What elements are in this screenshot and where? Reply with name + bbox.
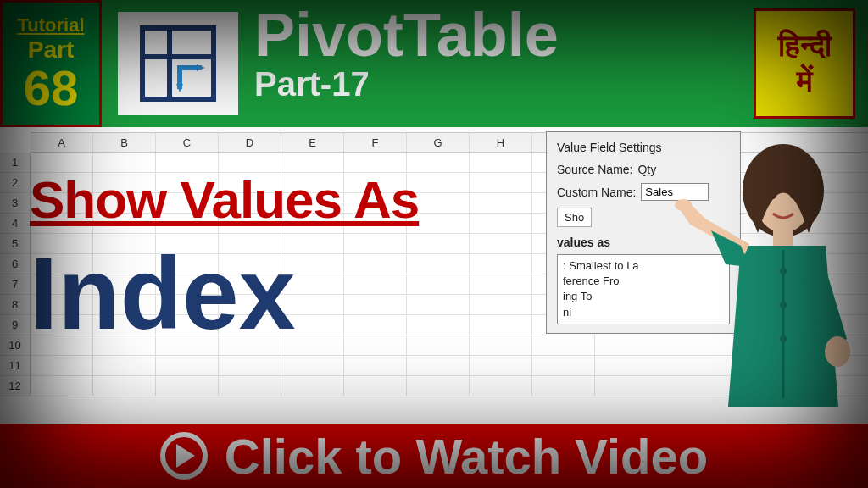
column-header: G [407, 133, 470, 152]
column-header: E [281, 133, 344, 152]
column-header: B [93, 133, 156, 152]
row-header: 9 [0, 315, 31, 336]
row-header: 3 [0, 193, 31, 214]
row-header: 5 [0, 234, 31, 254]
row-headers: 123456789101112 [0, 152, 31, 420]
cta-label: Click to Watch Video [225, 428, 708, 485]
title-main: PivotTable [254, 4, 559, 65]
row-header: 4 [0, 214, 31, 234]
column-header: C [156, 133, 219, 152]
column-header: F [344, 133, 407, 152]
watch-video-cta[interactable]: Click to Watch Video [0, 419, 868, 488]
hindi-text-1: हिन्दी [778, 28, 832, 64]
index-text: Index [30, 242, 419, 344]
row-header: 1 [0, 152, 31, 173]
row-header: 11 [0, 356, 31, 376]
tutorial-label: Tutorial [17, 14, 84, 36]
source-name-label: Source Name: [557, 163, 632, 176]
svg-point-11 [780, 268, 787, 274]
custom-name-label: Custom Name: [557, 186, 636, 199]
row-header: 10 [0, 336, 31, 356]
title-subtitle: Part-17 [254, 65, 559, 103]
thumbnail-header: Tutorial Part 68 PivotTable Part-17 [0, 0, 868, 127]
svg-point-8 [675, 199, 692, 211]
row-header: 6 [0, 254, 31, 274]
title-block: PivotTable Part-17 [254, 0, 559, 127]
source-name-value: Qty [637, 163, 656, 176]
woman-pointing-illustration [665, 119, 860, 424]
svg-point-13 [780, 336, 787, 342]
svg-rect-7 [773, 229, 793, 246]
row-header: 8 [0, 295, 31, 315]
show-values-as-text: Show Values As [30, 169, 419, 230]
row-header: 12 [0, 376, 31, 396]
row-header: 2 [0, 173, 31, 193]
column-header: A [31, 133, 93, 152]
hindi-badge: हिन्दी में [754, 8, 855, 119]
svg-point-12 [780, 302, 787, 308]
tab-show-values[interactable]: Sho [557, 208, 592, 227]
pivottable-icon [114, 8, 242, 119]
play-icon [160, 432, 208, 480]
svg-point-9 [825, 336, 850, 367]
tutorial-badge: Tutorial Part 68 [0, 0, 102, 127]
center-overlay-text: Show Values As Index [30, 169, 419, 344]
tutorial-number: 68 [24, 64, 79, 113]
row-header: 7 [0, 274, 31, 295]
column-header: H [470, 133, 532, 152]
hindi-text-2: में [797, 64, 813, 99]
column-header: D [219, 133, 281, 152]
